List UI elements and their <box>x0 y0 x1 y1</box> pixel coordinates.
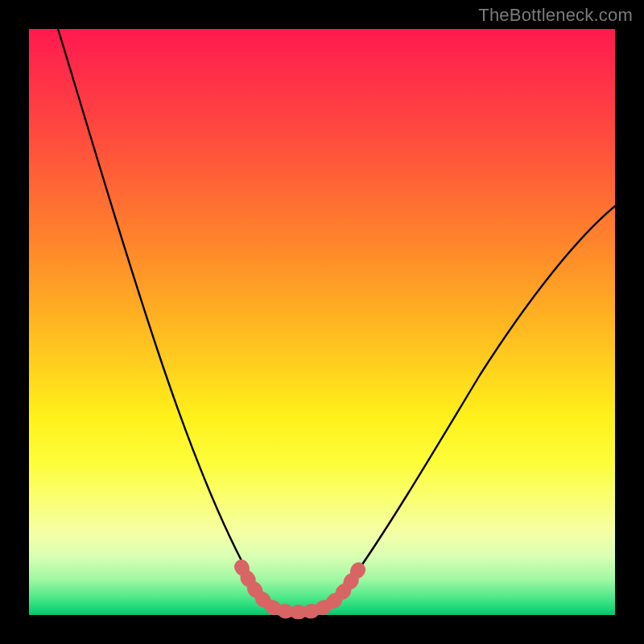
bottleneck-curve <box>29 29 615 615</box>
curve-path <box>58 29 615 610</box>
watermark-text: TheBottleneck.com <box>478 5 633 26</box>
chart-frame: TheBottleneck.com <box>0 0 644 644</box>
plot-area <box>29 29 615 615</box>
